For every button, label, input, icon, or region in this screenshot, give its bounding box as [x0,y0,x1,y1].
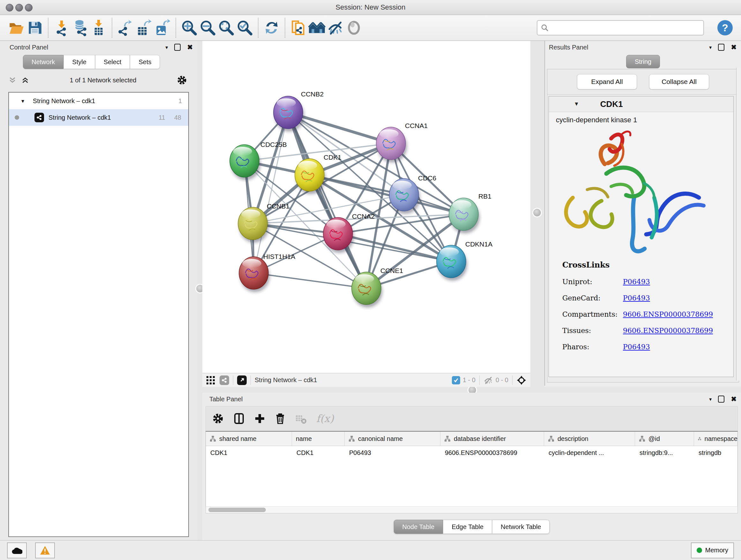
left-splitter[interactable] [197,41,202,540]
tab-sets[interactable]: Sets [130,55,160,69]
tab-network-table[interactable]: Network Table [492,520,549,534]
column-header-database-identifier[interactable]: database identifier [441,432,544,446]
import-table-file-button[interactable] [89,18,108,37]
network-node-HIST1H1A[interactable]: HIST1H1A [239,253,295,292]
tab-node-table[interactable]: Node Table [394,520,443,534]
collapse-panel-icon[interactable]: ▾ [709,44,712,51]
tab-edge-table[interactable]: Edge Table [443,520,492,534]
zoom-selected-button[interactable] [235,18,254,37]
network-row-selected[interactable]: String Network – cdk1 11 48 [9,109,188,126]
right-splitter-handle[interactable] [533,209,541,216]
float-panel-icon[interactable] [718,395,724,402]
search-input[interactable] [549,24,690,32]
crosslink-link[interactable]: P06493 [623,278,650,286]
export-network-button[interactable] [116,18,135,37]
table-cell[interactable]: cyclin-dependent ... [544,446,635,459]
collapse-all-chevrons-icon[interactable] [21,76,29,84]
table-hscrollbar-thumb[interactable] [208,508,266,512]
table-cell[interactable]: stringdb:9... [635,446,694,459]
help-button[interactable]: ? [717,19,733,36]
memory-button[interactable]: Memory [691,543,734,558]
network-node-CCNA1[interactable]: CCNA1 [376,122,428,163]
export-table-button[interactable] [135,18,153,37]
tab-string[interactable]: String [626,55,660,68]
tree-expand-icon[interactable]: ▼ [20,98,25,104]
hide-eye-button[interactable] [326,18,345,37]
clone-network-button[interactable] [289,18,308,37]
right-splitter[interactable] [530,41,544,387]
close-panel-icon[interactable]: ✖ [731,395,737,403]
table-cell[interactable]: CDK1 [292,446,345,459]
network-node-CDK1[interactable]: CDK1 [295,153,341,194]
toolbar-separator [285,18,285,38]
collapse-all-button[interactable]: Collapse All [649,74,709,89]
zoom-fit-button[interactable] [217,18,235,37]
show-columns-icon[interactable] [233,413,245,424]
column-header--id[interactable]: @id [635,432,694,446]
network-edge-CCNB2-CCNE1[interactable] [288,112,366,288]
network-node-CDKN1A[interactable]: CDKN1A [436,240,492,281]
shared-column-icon [210,435,216,442]
detach-view-icon[interactable] [237,375,247,385]
gear-icon[interactable] [177,75,187,85]
column-header-shared-name[interactable]: shared name [206,432,292,446]
float-panel-icon[interactable] [174,44,181,51]
presentation-eye-button[interactable] [345,18,363,37]
table-cell[interactable]: 9606.ENSP00000378699 [441,446,544,459]
column-header-namespace[interactable]: namespace [694,432,738,446]
section-collapse-icon[interactable]: ▼ [574,101,579,107]
table-cell[interactable]: P06493 [345,446,441,459]
export-image-button[interactable] [153,18,172,37]
network-node-RB1[interactable]: RB1 [449,192,491,233]
add-column-icon[interactable] [254,413,265,424]
results-scrollbar[interactable] [736,68,740,381]
string-view-icon[interactable] [219,375,229,385]
import-network-database-button[interactable] [71,18,89,37]
hidden-eye-icon [483,375,493,385]
close-panel-icon[interactable]: ✖ [187,44,193,51]
gene-section-header[interactable]: ▼ CDK1 [549,97,733,112]
crosslink-link[interactable]: 9606.ENSP00000378699 [623,327,713,334]
view-title: String Network – cdk1 [255,376,317,384]
column-header-canonical-name[interactable]: canonical name [345,432,441,446]
column-header-description[interactable]: description [544,432,635,446]
delete-column-icon[interactable] [275,413,286,424]
birds-eye-navigator-icon[interactable] [516,375,527,385]
horizontal-splitter[interactable] [202,387,741,393]
selected-checkbox[interactable] [452,376,460,384]
node-label: CDC6 [418,174,436,182]
cloud-status-button[interactable] [7,543,27,558]
tab-style[interactable]: Style [64,55,95,69]
table-cell[interactable]: CDK1 [206,446,292,459]
home-button[interactable] [308,18,326,37]
tab-select[interactable]: Select [95,55,130,69]
crosslink-link[interactable]: P06493 [623,294,650,302]
crosslink-row: Tissues:9606.ENSP00000378699 [562,327,733,334]
crosslink-link[interactable]: P06493 [623,343,650,351]
table-row[interactable]: CDK1CDK1P064939606.ENSP00000378699cyclin… [206,446,738,459]
save-session-button[interactable] [25,18,44,37]
collapse-panel-icon[interactable]: ▾ [709,396,712,402]
warnings-button[interactable] [35,543,55,558]
crosslink-link[interactable]: 9606.ENSP00000378699 [623,310,713,318]
table-options-gear-icon[interactable] [212,413,224,424]
network-edge-CCNB2-HIST1H1A[interactable] [254,112,288,273]
network-edge-HIST1H1A-CCNE1[interactable] [254,273,366,288]
network-node-CCNB2[interactable]: CCNB2 [273,90,324,132]
grid-view-icon[interactable] [206,376,215,385]
close-panel-icon[interactable]: ✖ [731,44,737,51]
collapse-panel-icon[interactable]: ▾ [165,44,168,51]
tab-network[interactable]: Network [23,55,64,69]
update-view-button[interactable] [262,18,281,37]
table-cell[interactable]: stringdb [694,446,738,459]
table-hscrollbar[interactable] [205,506,738,513]
import-network-file-button[interactable] [52,18,71,37]
network-collection-row[interactable]: ▼ String Network – cdk1 1 [9,92,188,109]
open-session-button[interactable] [7,18,25,37]
float-panel-icon[interactable] [718,44,724,51]
column-header-name[interactable]: name [292,432,345,446]
zoom-out-button[interactable] [199,18,217,37]
expand-all-chevrons-icon[interactable] [8,76,17,84]
expand-all-button[interactable]: Expand All [577,74,637,89]
zoom-in-button[interactable] [180,18,199,37]
